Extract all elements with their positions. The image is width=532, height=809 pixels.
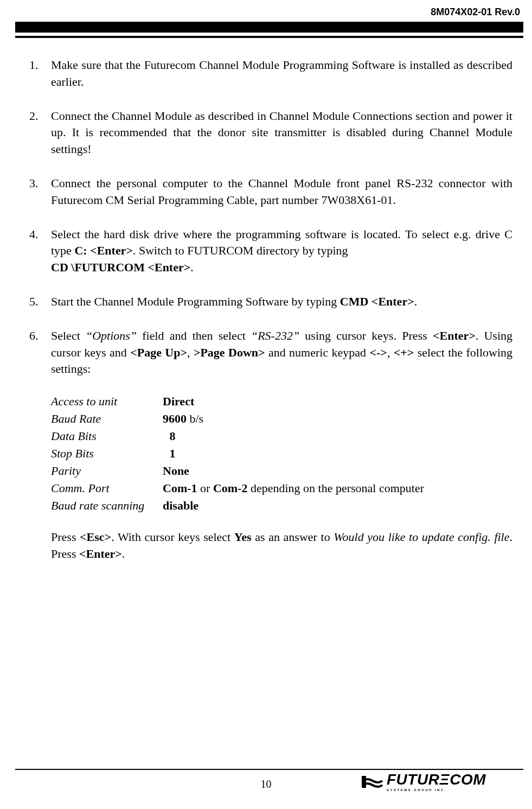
list-item: 2.Connect the Channel Module as describe… — [22, 108, 512, 158]
list-item-number: 6. — [29, 328, 39, 345]
header-rule-thick — [15, 22, 523, 33]
header-rule-thin — [15, 36, 523, 38]
list-item: 6.Select “Options” field and then select… — [22, 328, 512, 563]
settings-row: Baud rate scanningdisable — [51, 497, 512, 514]
footer-rule — [15, 769, 523, 770]
settings-value: 1 — [163, 445, 512, 462]
list-item: 1.Make sure that the Futurecom Channel M… — [22, 57, 512, 91]
list-item-number: 3. — [29, 175, 39, 192]
settings-label: Data Bits — [51, 428, 163, 445]
page-content: 1.Make sure that the Futurecom Channel M… — [22, 57, 512, 580]
logo-text-main: FUTURΞCOM — [387, 772, 486, 787]
settings-row: ParityNone — [51, 462, 512, 480]
settings-label: Baud Rate — [51, 410, 163, 428]
logo-text-sub: SYSTEMS GROUP INC. — [387, 788, 486, 792]
list-item-outro: Press <Esc>. With cursor keys select Yes… — [51, 529, 512, 563]
settings-row: Access to unitDirect — [51, 393, 512, 410]
settings-label: Access to unit — [51, 393, 163, 410]
list-item: 3.Connect the personal computer to the C… — [22, 175, 512, 209]
list-item: 4.Select the hard disk drive where the p… — [22, 226, 512, 276]
settings-value: None — [163, 462, 512, 480]
list-item-body: Connect the Channel Module as described … — [51, 109, 512, 156]
instruction-list: 1.Make sure that the Futurecom Channel M… — [22, 57, 512, 563]
list-item-body: Connect the personal computer to the Cha… — [51, 176, 512, 207]
list-item-intro: Select “Options” field and then select “… — [51, 328, 512, 378]
settings-label: Comm. Port — [51, 480, 163, 497]
settings-row: Data Bits8 — [51, 428, 512, 445]
settings-value: disable — [163, 497, 512, 514]
list-item-body: Make sure that the Futurecom Channel Mod… — [51, 58, 512, 88]
settings-label: Parity — [51, 462, 163, 480]
list-item-body: Select the hard disk drive where the pro… — [51, 227, 512, 275]
settings-value: 8 — [163, 428, 512, 445]
settings-row: Comm. PortCom-1 or Com-2 depending on th… — [51, 480, 512, 497]
settings-label: Stop Bits — [51, 445, 163, 462]
settings-value: Direct — [163, 393, 512, 410]
svg-rect-0 — [362, 776, 366, 788]
list-item-number: 1. — [29, 57, 39, 74]
doc-id: 8M074X02-01 Rev.0 — [431, 7, 520, 18]
settings-value: Com-1 or Com-2 depending on the personal… — [163, 480, 512, 497]
list-item-number: 5. — [29, 294, 39, 310]
list-item-body: Start the Channel Module Programming Sof… — [51, 295, 417, 308]
list-item: 5.Start the Channel Module Programming S… — [22, 294, 512, 310]
logo: FUTURΞCOM SYSTEMS GROUP INC. — [362, 772, 519, 796]
settings-row: Stop Bits1 — [51, 445, 512, 462]
settings-table: Access to unitDirectBaud Rate9600 b/sDat… — [51, 393, 512, 514]
settings-value: 9600 b/s — [163, 410, 512, 428]
settings-label: Baud rate scanning — [51, 497, 163, 514]
list-item-number: 4. — [29, 226, 39, 243]
settings-row: Baud Rate9600 b/s — [51, 410, 512, 428]
list-item-number: 2. — [29, 108, 39, 125]
logo-mark-icon — [362, 773, 383, 791]
